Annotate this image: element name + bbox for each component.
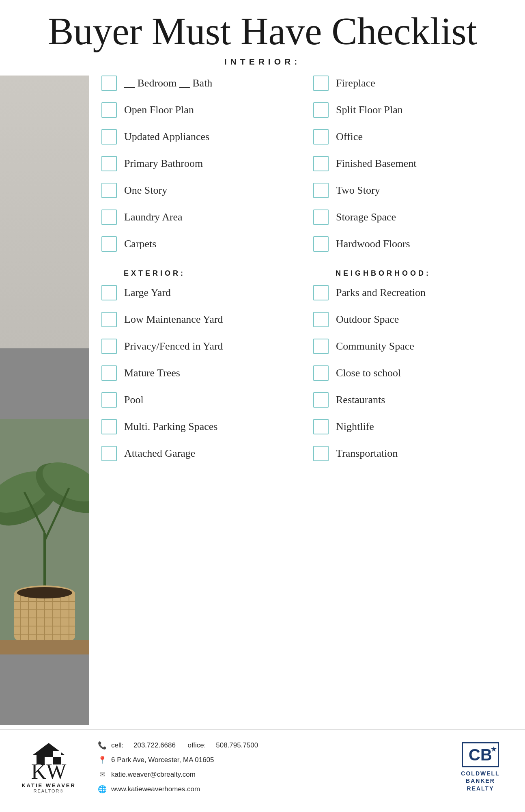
checkbox-transportation[interactable] [313, 446, 329, 461]
neighborhood-section-label: NEIGHBORHOOD: [313, 269, 513, 278]
list-item: Split Floor Plan [313, 102, 513, 118]
checkbox-community-space[interactable] [313, 339, 329, 354]
address-row: 📍 6 Park Ave, Worcester, MA 01605 [97, 753, 436, 767]
checklist-area: __ Bedroom __ Bath Open Floor Plan Updat… [89, 76, 525, 725]
checkbox-hardwood-floors[interactable] [313, 236, 329, 252]
checkbox-outdoor-space[interactable] [313, 312, 329, 327]
address: 6 Park Ave, Worcester, MA 01605 [111, 753, 214, 767]
svg-rect-23 [0, 640, 89, 654]
checkbox-restaurants[interactable] [313, 392, 329, 408]
checkbox-attached-garage[interactable] [101, 446, 117, 461]
globe-icon: 🌐 [97, 782, 107, 797]
list-item: Mature Trees [101, 365, 301, 381]
ext-neigh-checklist: Large Yard Low Maintenance Yard Privacy/… [101, 285, 513, 473]
item-label-pool: Pool [124, 394, 144, 406]
section-divider: EXTERIOR: NEIGHBORHOOD: [101, 269, 513, 281]
list-item: Finished Basement [313, 156, 513, 171]
item-label-split-floor-plan: Split Floor Plan [336, 104, 403, 116]
checkbox-fireplace[interactable] [313, 76, 329, 91]
list-item: Fireplace [313, 76, 513, 91]
item-label-nightlife: Nightlife [336, 421, 374, 433]
checkbox-open-floor-plan[interactable] [101, 102, 117, 118]
cb-monogram: CB ★ [469, 747, 492, 763]
phone-icon: 📞 [97, 738, 107, 753]
checkbox-parks-recreation[interactable] [313, 285, 329, 300]
interior-section-label: INTERIOR: [0, 57, 525, 67]
location-icon: 📍 [97, 753, 107, 767]
list-item: Multi. Parking Spaces [101, 419, 301, 434]
checkbox-storage-space[interactable] [313, 209, 329, 225]
list-item: Nightlife [313, 419, 513, 434]
item-label-hardwood-floors: Hardwood Floors [336, 238, 410, 250]
item-label-outdoor-space: Outdoor Space [336, 313, 399, 326]
list-item: One Story [101, 183, 301, 198]
list-item: Hardwood Floors [313, 236, 513, 252]
checkbox-privacy-fenced-yard[interactable] [101, 339, 117, 354]
item-label-low-maintenance-yard: Low Maintenance Yard [124, 313, 223, 326]
list-item: Low Maintenance Yard [101, 312, 301, 327]
checkbox-large-yard[interactable] [101, 285, 117, 300]
item-label-privacy-fenced-yard: Privacy/Fenced in Yard [124, 340, 223, 352]
item-label-transportation: Transportation [336, 447, 398, 460]
checkbox-primary-bathroom[interactable] [101, 156, 117, 171]
checkbox-bedroom-bath[interactable] [101, 76, 117, 91]
checkbox-two-story[interactable] [313, 183, 329, 198]
list-item: Storage Space [313, 209, 513, 225]
phone-row: 📞 cell: 203.722.6686 office: 508.795.750… [97, 738, 436, 753]
website: www.katieweaverhomes.com [111, 782, 200, 796]
agent-script-initials: KW [31, 761, 67, 782]
checkbox-nightlife[interactable] [313, 419, 329, 434]
neighborhood-col: Parks and Recreation Outdoor Space Commu… [313, 285, 513, 473]
exterior-col: Large Yard Low Maintenance Yard Privacy/… [101, 285, 301, 473]
item-label-storage-space: Storage Space [336, 211, 396, 223]
checkbox-carpets[interactable] [101, 236, 117, 252]
checkbox-laundry-area[interactable] [101, 209, 117, 225]
checkbox-low-maintenance-yard[interactable] [101, 312, 117, 327]
agent-logo: KW KATIE WEAVER REALTOR® [12, 741, 85, 793]
checkbox-multi-parking[interactable] [101, 419, 117, 434]
list-item: Privacy/Fenced in Yard [101, 339, 301, 354]
item-label-fireplace: Fireplace [336, 77, 375, 89]
svg-point-22 [17, 587, 72, 598]
checkbox-updated-appliances[interactable] [101, 129, 117, 145]
checkbox-one-story[interactable] [101, 183, 117, 198]
item-label-finished-basement: Finished Basement [336, 158, 417, 170]
item-label-one-story: One Story [124, 184, 167, 197]
checkbox-pool[interactable] [101, 392, 117, 408]
item-label-laundry-area: Laundry Area [124, 211, 183, 223]
footer-contact: 📞 cell: 203.722.6686 office: 508.795.750… [97, 738, 436, 797]
email-row: ✉ katie.weaver@cbrealty.com [97, 767, 436, 782]
item-label-bedroom-bath: __ Bedroom __ Bath [124, 77, 212, 89]
interior-left-col: __ Bedroom __ Bath Open Floor Plan Updat… [101, 76, 301, 263]
list-item: Updated Appliances [101, 129, 301, 145]
brokerage-name-line1: COLDWELL BANKER [448, 770, 513, 784]
interior-checklist: __ Bedroom __ Bath Open Floor Plan Updat… [101, 76, 513, 263]
item-label-attached-garage: Attached Garage [124, 447, 195, 460]
checkbox-office[interactable] [313, 129, 329, 145]
item-label-community-space: Community Space [336, 340, 414, 352]
list-item: Pool [101, 392, 301, 408]
list-item: Community Space [313, 339, 513, 354]
list-item: Close to school [313, 365, 513, 381]
item-label-restaurants: Restaurants [336, 394, 385, 406]
list-item: Two Story [313, 183, 513, 198]
checkbox-split-floor-plan[interactable] [313, 102, 329, 118]
checkbox-mature-trees[interactable] [101, 365, 117, 381]
item-label-large-yard: Large Yard [124, 287, 171, 299]
brokerage-name-line2: REALTY [467, 785, 494, 792]
list-item: Open Floor Plan [101, 102, 301, 118]
list-item: Primary Bathroom [101, 156, 301, 171]
interior-right-col: Fireplace Split Floor Plan Office Finish… [313, 76, 513, 263]
cb-logo-box: CB ★ [462, 742, 499, 767]
checkbox-close-to-school[interactable] [313, 365, 329, 381]
cb-letters: CB [469, 746, 492, 764]
footer: KW KATIE WEAVER REALTOR® 📞 cell: 203.722… [0, 729, 525, 805]
cb-star-icon: ★ [491, 745, 497, 754]
phone-cell: 203.722.6686 [133, 739, 176, 752]
list-item: Large Yard [101, 285, 301, 300]
svg-rect-25 [53, 751, 61, 757]
page-container: Buyer Must Have Checklist INTERIOR: [0, 0, 525, 812]
checkbox-finished-basement[interactable] [313, 156, 329, 171]
item-label-mature-trees: Mature Trees [124, 367, 180, 379]
email: katie.weaver@cbrealty.com [111, 768, 196, 782]
